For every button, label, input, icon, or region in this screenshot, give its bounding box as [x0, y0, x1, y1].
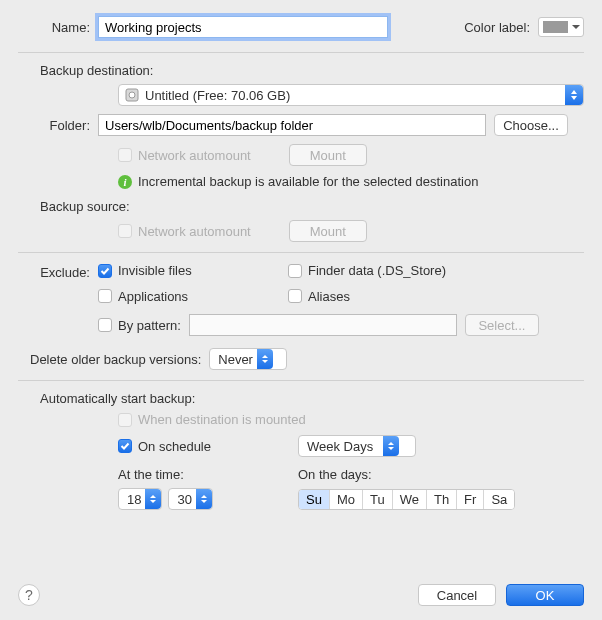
hour-select[interactable]: 18 [118, 488, 162, 510]
choose-folder-button[interactable]: Choose... [494, 114, 568, 136]
folder-label: Folder: [18, 118, 98, 133]
day-th[interactable]: Th [427, 490, 457, 509]
cancel-button[interactable]: Cancel [418, 584, 496, 606]
destination-drive-popup[interactable]: Untitled (Free: 70.06 GB) [118, 84, 584, 106]
day-mo[interactable]: Mo [330, 490, 363, 509]
chevron-updown-icon [565, 85, 583, 105]
folder-input[interactable] [98, 114, 486, 136]
day-fr[interactable]: Fr [457, 490, 484, 509]
days-segmented[interactable]: Su Mo Tu We Th Fr Sa [298, 489, 515, 510]
delete-older-label: Delete older backup versions: [30, 352, 201, 367]
name-label: Name: [18, 20, 98, 35]
backup-source-label: Backup source: [40, 199, 584, 214]
day-su[interactable]: Su [299, 490, 330, 509]
svg-point-1 [129, 92, 135, 98]
dest-mount-button: Mount [289, 144, 367, 166]
when-mounted-checkbox: When destination is mounted [118, 412, 306, 427]
exclude-label: Exclude: [18, 263, 98, 280]
destination-drive-text: Untitled (Free: 70.06 GB) [145, 88, 565, 103]
chevron-updown-icon [196, 489, 212, 509]
schedule-type-select[interactable]: Week Days [298, 435, 416, 457]
exclude-aliases-checkbox[interactable]: Aliases [288, 289, 350, 304]
name-input[interactable] [98, 16, 388, 38]
incremental-info-text: Incremental backup is available for the … [138, 174, 478, 189]
minute-select[interactable]: 30 [168, 488, 212, 510]
on-schedule-checkbox[interactable]: On schedule [118, 439, 298, 454]
dest-network-automount-checkbox: Network automount [118, 148, 251, 163]
exclude-select-button: Select... [465, 314, 539, 336]
info-icon: i [118, 175, 132, 189]
delete-older-select[interactable]: Never [209, 348, 287, 370]
src-network-automount-checkbox: Network automount [118, 224, 251, 239]
disk-icon [125, 88, 139, 102]
ok-button[interactable]: OK [506, 584, 584, 606]
help-button[interactable]: ? [18, 584, 40, 606]
day-sa[interactable]: Sa [484, 490, 514, 509]
chevron-updown-icon [383, 436, 399, 456]
backup-destination-label: Backup destination: [40, 63, 584, 78]
chevron-updown-icon [145, 489, 161, 509]
on-days-label: On the days: [298, 467, 372, 482]
auto-start-label: Automatically start backup: [40, 391, 584, 406]
exclude-pattern-checkbox[interactable]: By pattern: [98, 318, 181, 333]
day-we[interactable]: We [393, 490, 427, 509]
day-tu[interactable]: Tu [363, 490, 393, 509]
chevron-updown-icon [257, 349, 273, 369]
exclude-invisible-checkbox[interactable]: Invisible files [98, 263, 192, 278]
color-label-text: Color label: [464, 20, 530, 35]
src-mount-button: Mount [289, 220, 367, 242]
exclude-applications-checkbox[interactable]: Applications [98, 289, 188, 304]
at-time-label: At the time: [118, 467, 298, 482]
color-label-picker[interactable] [538, 17, 584, 37]
exclude-pattern-input[interactable] [189, 314, 457, 336]
exclude-finder-checkbox[interactable]: Finder data (.DS_Store) [288, 263, 446, 278]
